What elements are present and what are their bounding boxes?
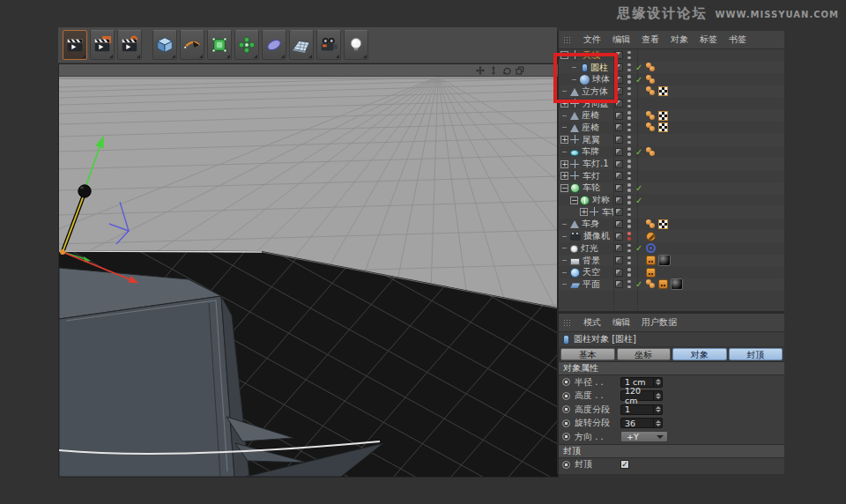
object-row-16[interactable]: 灯光✓ (559, 242, 784, 255)
layer-color-icon[interactable] (615, 269, 623, 277)
tab-封顶[interactable]: 封顶 (729, 348, 783, 360)
layer-color-icon[interactable] (615, 87, 623, 95)
object-row-10[interactable]: +车灯 (559, 170, 784, 182)
visibility-dots[interactable] (627, 280, 631, 289)
camera-button[interactable] (316, 30, 341, 60)
deformer-button[interactable] (262, 30, 286, 60)
texture-tag-icon[interactable] (658, 219, 668, 229)
stepper-arrows-icon[interactable] (653, 378, 662, 387)
keyframe-circle-icon[interactable] (562, 419, 570, 427)
section-header-1[interactable]: 封顶 (559, 444, 784, 458)
material-preview-ball[interactable] (658, 255, 671, 266)
keyframe-circle-icon[interactable] (562, 405, 570, 413)
layer-color-icon[interactable] (615, 208, 623, 216)
object-row-5[interactable]: 座椅 (559, 109, 784, 122)
texture-tag-icon[interactable] (658, 86, 668, 96)
phong-tag-icon[interactable] (646, 86, 656, 96)
om-menu-item-0[interactable]: 文件 (583, 33, 601, 46)
object-row-2[interactable]: 球体✓ (559, 73, 784, 85)
expand-toggle-icon[interactable]: + (560, 172, 568, 180)
layer-color-icon[interactable] (615, 100, 623, 107)
om-menu-item-2[interactable]: 查看 (642, 33, 659, 46)
am-menu-item-0[interactable]: 模式 (583, 316, 601, 329)
keyframe-circle-icon[interactable] (562, 461, 570, 469)
expand-toggle-icon[interactable]: + (580, 208, 588, 216)
pan-view-icon[interactable] (476, 66, 485, 75)
panel-grip-icon[interactable] (563, 319, 572, 327)
visibility-dots[interactable] (627, 159, 631, 168)
section-header-0[interactable]: 对象属性 (559, 361, 784, 375)
render-picture-viewer-button[interactable] (90, 30, 115, 60)
light-button[interactable] (344, 30, 368, 60)
enabled-check-icon[interactable]: ✓ (635, 243, 642, 253)
keyframe-circle-icon[interactable] (562, 392, 570, 400)
layer-color-icon[interactable] (615, 244, 623, 252)
texture-tag-icon[interactable] (658, 122, 668, 132)
protection-tag-icon[interactable] (646, 232, 656, 241)
add-primitive-cube-button[interactable] (152, 30, 177, 60)
visibility-dots[interactable] (627, 244, 631, 253)
enabled-check-icon[interactable]: ✓ (635, 279, 642, 289)
visibility-dots[interactable] (627, 183, 631, 192)
layer-color-icon[interactable] (615, 256, 623, 264)
object-row-9[interactable]: +车灯.1 (559, 158, 784, 170)
visibility-dots[interactable] (627, 51, 631, 60)
stepper-arrows-icon[interactable] (653, 419, 662, 427)
phong-tag-icon[interactable] (646, 219, 656, 229)
array-generator-button[interactable] (234, 30, 259, 60)
toggle-view-icon[interactable] (516, 66, 524, 75)
tab-对象[interactable]: 对象 (672, 348, 727, 360)
enabled-check-icon[interactable]: ✓ (635, 183, 642, 193)
stepper-arrows-icon[interactable] (653, 405, 662, 414)
om-menu-item-3[interactable]: 对象 (671, 33, 688, 46)
object-row-19[interactable]: 平面✓ (559, 278, 784, 291)
subdivision-surface-button[interactable] (207, 30, 232, 60)
phong-tag-icon[interactable] (646, 63, 656, 72)
object-row-0[interactable]: −天线 (559, 49, 784, 62)
expand-toggle-icon[interactable]: + (560, 100, 568, 107)
keyframe-circle-icon[interactable] (562, 378, 570, 386)
object-row-12[interactable]: −对称✓ (559, 194, 784, 206)
compositing-tag-icon[interactable] (646, 256, 656, 265)
phong-tag-icon[interactable] (646, 111, 656, 121)
visibility-dots[interactable] (627, 208, 631, 217)
enabled-check-icon[interactable]: ✓ (635, 75, 642, 85)
object-row-18[interactable]: 天空 (559, 266, 784, 278)
value-field[interactable]: 1 (620, 404, 663, 415)
layer-color-icon[interactable] (615, 233, 623, 241)
material-preview-ball[interactable] (671, 278, 683, 290)
visibility-dots[interactable] (627, 147, 631, 156)
om-menu-item-4[interactable]: 标签 (700, 33, 717, 46)
phong-tag-icon[interactable] (646, 279, 656, 289)
collapse-toggle-icon[interactable]: − (560, 184, 568, 192)
object-row-8[interactable]: 车牌✓ (559, 146, 784, 159)
visibility-dots[interactable] (627, 268, 631, 277)
viewport-3d[interactable] (58, 63, 559, 478)
object-row-15[interactable]: 摄像机 (559, 230, 784, 242)
phong-tag-icon[interactable] (646, 122, 656, 132)
spline-pen-button[interactable] (180, 30, 204, 60)
enabled-check-icon[interactable]: ✓ (635, 196, 642, 205)
layer-color-icon[interactable] (615, 196, 623, 204)
rotate-view-icon[interactable] (502, 66, 511, 75)
collapse-toggle-icon[interactable]: − (560, 51, 568, 59)
value-field[interactable]: 36 (620, 418, 663, 428)
visibility-dots[interactable] (627, 196, 631, 204)
zoom-view-icon[interactable] (489, 66, 498, 75)
visibility-dots[interactable] (627, 111, 631, 120)
am-menu-item-2[interactable]: 用户数据 (642, 316, 677, 329)
object-row-3[interactable]: 立方体 (559, 85, 784, 98)
layer-color-icon[interactable] (615, 112, 623, 120)
keyframe-circle-icon[interactable] (562, 433, 570, 441)
layer-color-icon[interactable] (615, 76, 623, 84)
collapse-toggle-icon[interactable]: − (570, 196, 578, 204)
om-menu-item-5[interactable]: 书签 (729, 33, 746, 46)
tab-坐标[interactable]: 坐标 (617, 348, 672, 360)
visibility-dots[interactable] (627, 219, 631, 228)
compositing-tag-icon[interactable] (658, 279, 668, 289)
render-view-button[interactable] (63, 30, 87, 60)
floor-environment-button[interactable] (289, 30, 314, 60)
tab-基本[interactable]: 基本 (560, 348, 615, 360)
layer-color-icon[interactable] (615, 148, 623, 156)
object-row-14[interactable]: 车身 (559, 219, 784, 231)
